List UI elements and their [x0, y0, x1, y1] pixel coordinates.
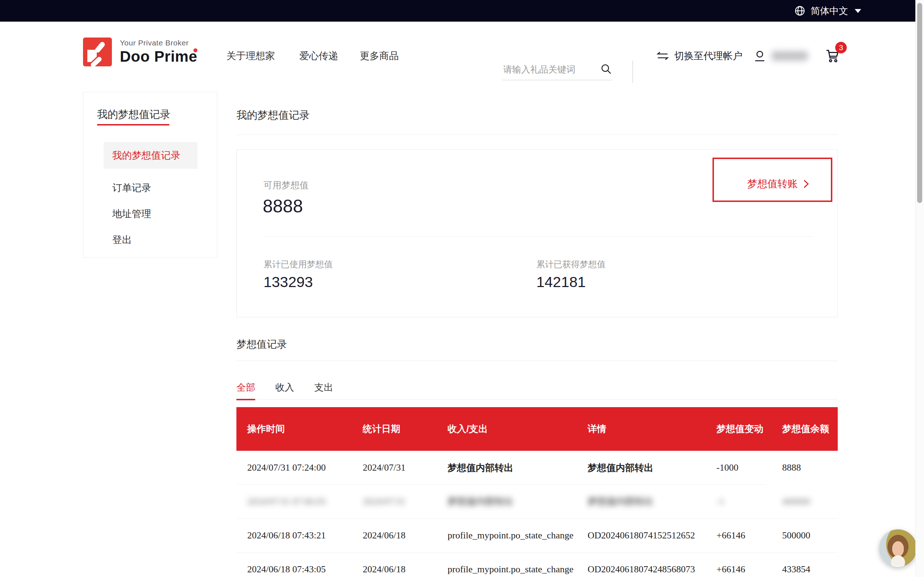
sidebar-title: 我的梦想值记录: [97, 108, 170, 122]
search-input[interactable]: [502, 61, 612, 81]
doo-prime-logo-icon: [83, 37, 112, 66]
cell-type: profile_mypoint.po_state_change: [437, 553, 577, 577]
table-row-blurred: 2024/07/31 07:06:03 2024/07/31 梦想值内部转出 梦…: [236, 485, 838, 519]
language-label: 简体中文: [811, 5, 848, 17]
switch-account-label: 切换至代理帐户: [674, 49, 743, 62]
cell-balance: 400000: [771, 485, 838, 518]
cell-balance: 8888: [771, 451, 838, 485]
nav-item-about[interactable]: 关于理想家: [226, 22, 275, 90]
records-divider: [236, 361, 838, 361]
user-account[interactable]: [753, 22, 808, 90]
page-title: 我的梦想值记录: [236, 108, 310, 122]
brand-dot: [194, 48, 197, 52]
cell-change: +66146: [706, 519, 771, 552]
logo-brand: Doo Prime: [120, 48, 197, 65]
col-points-balance: 梦想值余额: [771, 407, 838, 451]
cell-detail: OD20240618074248568073: [577, 553, 706, 577]
switch-account-button[interactable]: 切换至代理帐户: [656, 22, 743, 90]
nav-item-charity[interactable]: 爱心传递: [299, 22, 338, 90]
cell-type: 梦想值内部转出: [437, 451, 577, 485]
sidebar-item-orders[interactable]: 订单记录: [103, 174, 197, 201]
cell-date: 2024/07/31: [352, 485, 437, 518]
cell-type: profile_mypoint.po_state_change: [437, 519, 577, 552]
cell-balance: 433854: [771, 553, 838, 577]
header-divider: [632, 61, 633, 83]
chevron-down-icon: [855, 9, 861, 13]
cell-detail: 梦想值内部转出: [577, 485, 706, 518]
cart-button[interactable]: 3: [824, 22, 840, 90]
sidebar: 我的梦想值记录 我的梦想值记录 订单记录 地址管理 登出: [83, 92, 217, 258]
col-stat-date: 统计日期: [352, 407, 437, 451]
tab-expense[interactable]: 支出: [314, 375, 333, 400]
cell-type: 梦想值内部转出: [437, 485, 577, 518]
cell-time: 2024/07/31 07:06:03: [236, 485, 352, 518]
sidebar-item-addresses[interactable]: 地址管理: [103, 200, 197, 227]
top-bar: 简体中文: [0, 0, 915, 22]
cell-time: 2024/06/18 07:43:05: [236, 553, 352, 577]
col-operate-time: 操作时间: [236, 407, 352, 451]
cell-date: 2024/06/18: [352, 519, 437, 552]
transfer-points-link[interactable]: 梦想值转账: [747, 177, 810, 191]
summary-divider: [263, 236, 813, 237]
scrollbar-track: [915, 0, 924, 577]
earned-points-value: 142181: [536, 274, 586, 291]
language-selector[interactable]: 简体中文: [794, 0, 861, 22]
switch-arrows-icon: [656, 50, 669, 61]
page-title-divider: [236, 134, 838, 135]
chevron-right-icon: [802, 179, 810, 189]
col-points-change: 梦想值变动: [706, 407, 771, 451]
scrollbar-thumb[interactable]: [917, 3, 922, 203]
available-points-label: 可用梦想值: [263, 179, 309, 191]
cell-detail: OD20240618074152512652: [577, 519, 706, 552]
cell-change: -1: [706, 485, 771, 518]
col-detail: 详情: [577, 407, 706, 451]
sidebar-item-dream-record[interactable]: 我的梦想值记录: [103, 142, 197, 169]
cell-balance: 500000: [771, 519, 838, 552]
tab-all[interactable]: 全部: [236, 375, 255, 400]
cell-time: 2024/07/31 07:24:00: [236, 451, 352, 485]
table-row: 2024/06/18 07:43:21 2024/06/18 profile_m…: [236, 519, 838, 553]
cell-time: 2024/06/18 07:43:21: [236, 519, 352, 552]
earned-points-label: 累计已获得梦想值: [536, 259, 606, 270]
page: 简体中文 Your Private Broker Doo Prime 关于理想家…: [0, 0, 924, 577]
tab-income[interactable]: 收入: [275, 375, 294, 400]
transfer-points-label: 梦想值转账: [747, 177, 798, 191]
nav-item-more-products[interactable]: 更多商品: [360, 22, 399, 90]
table-row: 2024/07/31 07:24:00 2024/07/31 梦想值内部转出 梦…: [236, 451, 838, 485]
records-tabs: 全部 收入 支出: [236, 375, 838, 400]
search-box: [502, 61, 612, 89]
sidebar-title-underline: [97, 124, 169, 126]
support-avatar[interactable]: [879, 529, 917, 567]
cell-date: 2024/06/18: [352, 553, 437, 577]
cell-change: +66146: [706, 553, 771, 577]
table-header-row: 操作时间 统计日期 收入/支出 详情 梦想值变动 梦想值余额: [236, 407, 838, 451]
user-icon: [753, 49, 767, 63]
username-blurred: [772, 51, 808, 61]
col-income-expense: 收入/支出: [437, 407, 577, 451]
records-table: 操作时间 统计日期 收入/支出 详情 梦想值变动 梦想值余额 2024/07/3…: [236, 407, 838, 577]
search-icon[interactable]: [600, 63, 612, 75]
cell-detail: 梦想值内部转出: [577, 451, 706, 485]
sidebar-item-logout[interactable]: 登出: [103, 226, 197, 253]
summary-card: 可用梦想值 8888 梦想值转账 累计已使用梦想值 133293 累计已获得梦想…: [236, 149, 838, 318]
table-row: 2024/06/18 07:43:05 2024/06/18 profile_m…: [236, 553, 838, 577]
used-points-label: 累计已使用梦想值: [263, 259, 333, 270]
site-header: Your Private Broker Doo Prime 关于理想家 爱心传递…: [0, 22, 915, 90]
cart-count-badge: 3: [835, 42, 847, 53]
used-points-value: 133293: [263, 274, 313, 291]
globe-icon: [794, 5, 806, 16]
logo-tagline: Your Private Broker: [120, 39, 197, 47]
available-points-value: 8888: [263, 196, 303, 217]
records-section-title: 梦想值记录: [236, 338, 287, 351]
logo[interactable]: Your Private Broker Doo Prime: [83, 37, 197, 66]
cell-date: 2024/07/31: [352, 451, 437, 485]
cell-change: -1000: [706, 451, 771, 485]
